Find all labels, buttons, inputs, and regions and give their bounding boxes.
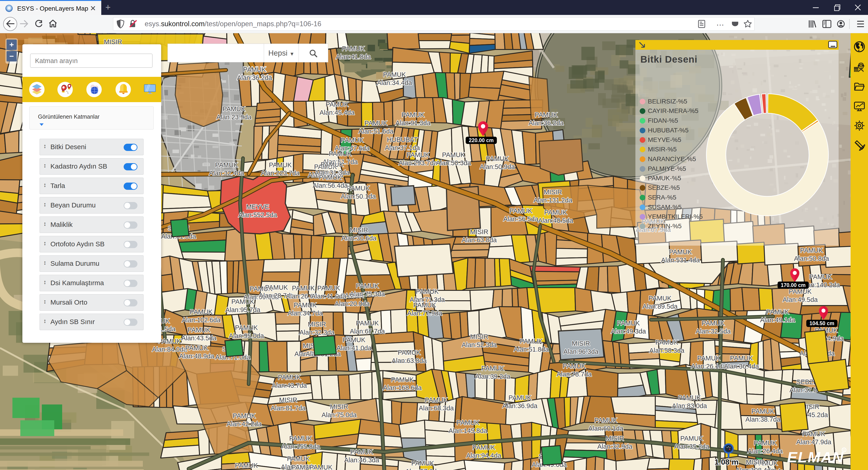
svg-text:Alan:94.4da: Alan:94.4da bbox=[466, 452, 502, 459]
svg-text:Alan:30.6da: Alan:30.6da bbox=[342, 234, 377, 242]
svg-text:MISIR: MISIR bbox=[350, 226, 368, 233]
svg-text:MISIR: MISIR bbox=[470, 228, 489, 236]
svg-text:PAMUK: PAMUK bbox=[317, 284, 340, 292]
svg-text:Alan:38.7da: Alan:38.7da bbox=[745, 416, 781, 423]
svg-text:PAMUK: PAMUK bbox=[486, 155, 509, 162]
svg-text:Alan:83.0da: Alan:83.0da bbox=[672, 402, 707, 409]
svg-text:Alan:51.8da: Alan:51.8da bbox=[514, 346, 549, 353]
svg-text:Alan:20.0da: Alan:20.0da bbox=[335, 300, 370, 307]
svg-text:PAMUK: PAMUK bbox=[188, 326, 211, 334]
svg-text:PAMUK: PAMUK bbox=[535, 111, 558, 118]
svg-text:PAMUK: PAMUK bbox=[752, 408, 775, 415]
svg-text:PAMUK: PAMUK bbox=[329, 150, 352, 157]
svg-text:PAMUK: PAMUK bbox=[544, 209, 567, 216]
svg-text:Alan:32.5da: Alan:32.5da bbox=[696, 327, 731, 335]
svg-text:MISIR: MISIR bbox=[308, 321, 326, 328]
svg-text:PAMUK: PAMUK bbox=[231, 298, 254, 305]
svg-text:Alan:45.4da: Alan:45.4da bbox=[320, 109, 355, 116]
svg-text:PAMUK: PAMUK bbox=[766, 308, 789, 315]
svg-text:PAMUK: PAMUK bbox=[398, 349, 421, 356]
svg-text:Alan:63.8da: Alan:63.8da bbox=[462, 237, 497, 244]
svg-text:Alan:49.3da: Alan:49.3da bbox=[611, 327, 646, 335]
svg-text:PAMUK: PAMUK bbox=[233, 412, 256, 419]
svg-text:Alan:50.9da: Alan:50.9da bbox=[480, 163, 515, 170]
svg-text:HUBUBAT: HUBUBAT bbox=[387, 136, 418, 143]
svg-text:PAMUK: PAMUK bbox=[235, 324, 258, 331]
svg-text:Alan:96.3da: Alan:96.3da bbox=[563, 348, 599, 355]
svg-text:Alan:32.3da: Alan:32.3da bbox=[300, 329, 335, 336]
svg-text:PAMUK: PAMUK bbox=[185, 344, 209, 352]
svg-text:Alan:39.2da: Alan:39.2da bbox=[475, 373, 510, 380]
svg-text:PAMUK: PAMUK bbox=[809, 273, 832, 280]
svg-text:PAMUK: PAMUK bbox=[789, 288, 812, 295]
svg-text:104.50 cm: 104.50 cm bbox=[809, 320, 834, 326]
svg-text:PAMUK: PAMUK bbox=[287, 455, 310, 462]
svg-text:Alan:155.8da: Alan:155.8da bbox=[281, 443, 320, 450]
svg-text:PAMUK: PAMUK bbox=[310, 464, 333, 470]
svg-text:PAMUK: PAMUK bbox=[425, 396, 448, 404]
svg-text:PAMUK: PAMUK bbox=[356, 319, 379, 327]
svg-text:PAMUK: PAMUK bbox=[278, 374, 301, 381]
svg-text:PAMUK: PAMUK bbox=[343, 336, 366, 343]
svg-text:PAMUK: PAMUK bbox=[326, 101, 349, 108]
svg-text:Alan:32.9da: Alan:32.9da bbox=[597, 443, 633, 450]
svg-text:PAMUK: PAMUK bbox=[407, 151, 430, 158]
svg-text:PAMUK: PAMUK bbox=[594, 417, 618, 424]
svg-text:PAMUK: PAMUK bbox=[294, 302, 317, 309]
svg-text:Alan:42.2da: Alan:42.2da bbox=[227, 420, 262, 428]
svg-text:PAMUK: PAMUK bbox=[730, 354, 753, 362]
svg-text:Alan:41.0da: Alan:41.0da bbox=[337, 344, 372, 352]
svg-text:PAMUK: PAMUK bbox=[158, 338, 181, 345]
svg-text:Alan:91.3da: Alan:91.3da bbox=[396, 119, 431, 127]
svg-text:MISIR: MISIR bbox=[746, 459, 764, 466]
svg-text:Alan:43.7da: Alan:43.7da bbox=[272, 382, 307, 389]
svg-text:Alan:89.5da: Alan:89.5da bbox=[643, 303, 678, 310]
svg-text:PAMUK: PAMUK bbox=[215, 161, 238, 168]
svg-text:Alan:43.5da: Alan:43.5da bbox=[182, 335, 217, 342]
svg-text:PAMUK: PAMUK bbox=[520, 338, 543, 345]
svg-text:PAMUK: PAMUK bbox=[457, 419, 480, 426]
svg-text:Alan:57.6da: Alan:57.6da bbox=[405, 468, 440, 470]
svg-text:PAMUK: PAMUK bbox=[321, 161, 344, 168]
svg-text:PAMUK: PAMUK bbox=[754, 439, 777, 446]
svg-text:Alan:50.8da: Alan:50.8da bbox=[794, 255, 829, 262]
svg-text:PAMUK: PAMUK bbox=[563, 363, 586, 370]
svg-text:Alan:34.7da: Alan:34.7da bbox=[288, 310, 323, 317]
svg-text:Alan:49.1da: Alan:49.1da bbox=[760, 316, 796, 323]
svg-text:Alan:75.0da: Alan:75.0da bbox=[322, 411, 357, 418]
svg-text:Alan:145.8da: Alan:145.8da bbox=[449, 427, 488, 434]
svg-text:PAMUK: PAMUK bbox=[269, 161, 292, 168]
svg-text:Alan:60.1da: Alan:60.1da bbox=[588, 425, 624, 432]
svg-text:PAMUK: PAMUK bbox=[698, 354, 720, 362]
svg-text:MISIR: MISIR bbox=[279, 396, 298, 404]
svg-text:PAMUK: PAMUK bbox=[383, 71, 406, 78]
svg-text:Alan:63.8da: Alan:63.8da bbox=[392, 357, 427, 364]
svg-text:Alan:78.7da: Alan:78.7da bbox=[557, 371, 592, 378]
svg-text:Alan:37.1da: Alan:37.1da bbox=[385, 144, 420, 151]
svg-text:Alan:51.6da: Alan:51.6da bbox=[359, 128, 394, 135]
svg-text:MEYVE: MEYVE bbox=[246, 203, 269, 210]
svg-text:Alan:47.9da: Alan:47.9da bbox=[796, 438, 832, 446]
svg-text:MISIR: MISIR bbox=[572, 340, 590, 347]
svg-text:PAMUK: PAMUK bbox=[702, 319, 725, 327]
svg-text:Alan:56.4da: Alan:56.4da bbox=[313, 182, 348, 189]
svg-text:PAMUK: PAMUK bbox=[649, 295, 672, 302]
svg-text:PAMUK: PAMUK bbox=[482, 365, 504, 372]
svg-text:PAMUK: PAMUK bbox=[617, 319, 640, 327]
svg-text:Alan:84.0da: Alan:84.0da bbox=[152, 346, 187, 353]
svg-text:ELMAN: ELMAN bbox=[787, 449, 844, 465]
svg-text:Alan:81.7da: Alan:81.7da bbox=[271, 405, 306, 412]
svg-text:Alan:168.6da: Alan:168.6da bbox=[383, 384, 422, 391]
svg-text:PAMUK: PAMUK bbox=[678, 394, 701, 401]
svg-text:Alan:36.9da: Alan:36.9da bbox=[502, 402, 538, 409]
svg-text:Alan:41.8da: Alan:41.8da bbox=[336, 53, 371, 60]
svg-text:Alan:41.0da: Alan:41.0da bbox=[311, 293, 346, 300]
svg-text:MISIR: MISIR bbox=[606, 435, 624, 442]
svg-text:Alan:34.4da: Alan:34.4da bbox=[377, 79, 412, 86]
svg-text:PAMUK: PAMUK bbox=[413, 302, 436, 309]
svg-text:PAMUK: PAMUK bbox=[680, 435, 704, 442]
svg-text:PAMUK: PAMUK bbox=[223, 105, 246, 113]
svg-text:PAMUK: PAMUK bbox=[292, 284, 315, 292]
svg-text:Alan:50.3da: Alan:50.3da bbox=[436, 159, 471, 166]
svg-text:PAMUK: PAMUK bbox=[341, 136, 364, 144]
